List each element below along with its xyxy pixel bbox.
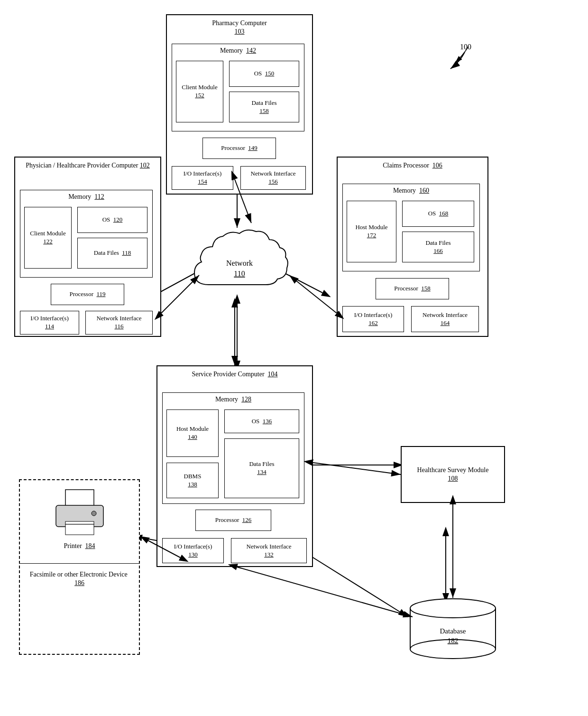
printer-icon: [49, 487, 110, 539]
service-memory-box: Memory 128 Host Module 140 OS 136 DBMS 1…: [162, 392, 304, 504]
database-container: Database 182: [408, 598, 498, 660]
svg-line-31: [237, 567, 413, 617]
service-network-interface-box: Network Interface 132: [231, 538, 307, 563]
service-io-box: I/O Interface(s) 130: [162, 538, 224, 563]
physician-client-module-box: Client Module 122: [24, 207, 72, 269]
physician-network-interface-box: Network Interface 116: [85, 311, 153, 335]
claims-processor-box: Claims Processor 106 Memory 160 Host Mod…: [337, 157, 488, 337]
claims-memory-box: Memory 160 Host Module 172 OS 168 Data F…: [342, 184, 480, 271]
svg-point-22: [92, 511, 96, 516]
service-os-box: OS 136: [224, 409, 299, 433]
pharmacy-os-box: OS 150: [229, 61, 299, 87]
physician-io-box: I/O Interface(s) 114: [20, 311, 79, 335]
pharmacy-network-interface-box: Network Interface 156: [240, 166, 306, 190]
service-provider-box: Service Provider Computer 104 Memory 128…: [156, 365, 313, 567]
healthcare-survey-box: Healthcare Survey Module 108: [401, 446, 505, 503]
claims-processor-proc-box: Processor 158: [376, 278, 449, 299]
service-dbms-box: DBMS 138: [166, 463, 219, 498]
pharmacy-processor-box: Processor 149: [202, 138, 276, 159]
claims-network-interface-box: Network Interface 164: [411, 306, 479, 332]
claims-processor-title: Claims Processor 106: [338, 161, 487, 170]
pharmacy-memory-box: Memory 142 Client Module 152 OS 150 Data…: [172, 44, 304, 131]
svg-text:110: 110: [234, 270, 245, 278]
network-cloud: Network 110: [185, 223, 294, 306]
ref-100-label: 100: [460, 43, 471, 51]
svg-text:182: 182: [448, 637, 459, 644]
facsimile-label: Facsimile or other Electronic Device 186: [20, 570, 139, 587]
svg-rect-20: [65, 521, 94, 524]
pharmacy-io-box: I/O Interface(s) 154: [172, 166, 233, 190]
service-processor-box: Processor 126: [195, 510, 271, 531]
pharmacy-data-files-box: Data Files 158: [229, 92, 299, 122]
physician-os-box: OS 120: [77, 207, 147, 233]
claims-os-box: OS 168: [402, 201, 474, 227]
pharmacy-computer-title: Pharmacy Computer 103: [167, 19, 312, 36]
claims-io-box: I/O Interface(s) 162: [342, 306, 404, 332]
physician-computer-title: Physician / Healthcare Provider Computer…: [15, 161, 160, 170]
physician-data-files-box: Data Files 118: [77, 238, 147, 269]
service-data-files-box: Data Files 134: [224, 438, 299, 498]
claims-data-files-box: Data Files 166: [402, 232, 474, 262]
svg-text:Database: Database: [440, 627, 466, 635]
svg-point-12: [410, 599, 496, 618]
claims-host-module-box: Host Module 172: [347, 201, 396, 262]
service-host-module-box: Host Module 140: [166, 409, 219, 457]
printer-label: Printer 184: [20, 542, 139, 550]
physician-memory-box: Memory 112 Client Module 122 OS 120 Data…: [20, 190, 153, 278]
pharmacy-client-module-box: Client Module 152: [176, 61, 223, 122]
printer-dashed-box: Printer 184 Facsimile or other Electroni…: [19, 479, 140, 655]
svg-text:Network: Network: [226, 259, 253, 267]
physician-computer-box: Physician / Healthcare Provider Computer…: [14, 157, 161, 337]
svg-line-27: [289, 275, 337, 313]
svg-rect-21: [65, 524, 94, 535]
svg-line-29: [313, 463, 401, 474]
pharmacy-computer-box: Pharmacy Computer 103 Memory 142 Client …: [166, 14, 313, 195]
service-provider-title: Service Provider Computer 104: [157, 370, 312, 379]
physician-processor-box: Processor 119: [51, 284, 124, 305]
